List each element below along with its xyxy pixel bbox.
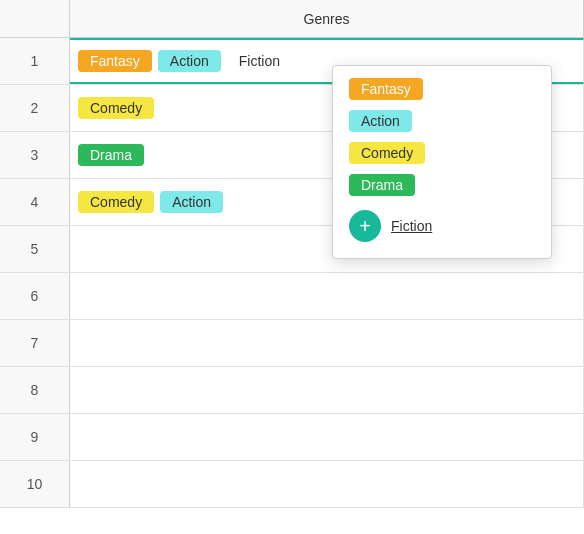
chip-action[interactable]: Action: [158, 50, 221, 72]
row-number-4: 4: [0, 179, 70, 225]
table-row-7[interactable]: 7: [0, 320, 584, 367]
header-row: Genres: [0, 0, 584, 38]
genres-column-header: Genres: [70, 0, 584, 37]
row-cell-10[interactable]: [70, 461, 584, 507]
dropdown-item-comedy[interactable]: Comedy: [349, 142, 535, 164]
chip-fiction[interactable]: Fiction: [227, 50, 292, 72]
spreadsheet: Genres 1FantasyActionFiction2Comedy3Dram…: [0, 0, 584, 534]
row-number-5: 5: [0, 226, 70, 272]
row-cell-9[interactable]: [70, 414, 584, 460]
chip-drama[interactable]: Drama: [78, 144, 144, 166]
chip-comedy[interactable]: Comedy: [78, 97, 154, 119]
chip-fantasy[interactable]: Fantasy: [78, 50, 152, 72]
dropdown-item-drama[interactable]: Drama: [349, 174, 535, 196]
row-number-10: 10: [0, 461, 70, 507]
table-row-8[interactable]: 8: [0, 367, 584, 414]
dropdown-chip-drama[interactable]: Drama: [349, 174, 415, 196]
add-option-row[interactable]: +Fiction: [349, 210, 535, 242]
dropdown-chip-fantasy[interactable]: Fantasy: [349, 78, 423, 100]
dropdown-chip-action[interactable]: Action: [349, 110, 412, 132]
dropdown-chip-comedy[interactable]: Comedy: [349, 142, 425, 164]
row-cell-8[interactable]: [70, 367, 584, 413]
row-number-9: 9: [0, 414, 70, 460]
row-number-2: 2: [0, 85, 70, 131]
row-cell-7[interactable]: [70, 320, 584, 366]
table-row-10[interactable]: 10: [0, 461, 584, 508]
row-num-header: [0, 0, 70, 37]
row-number-6: 6: [0, 273, 70, 319]
dropdown-item-action[interactable]: Action: [349, 110, 535, 132]
row-number-3: 3: [0, 132, 70, 178]
dropdown-item-fantasy[interactable]: Fantasy: [349, 78, 535, 100]
add-option-label[interactable]: Fiction: [391, 218, 432, 234]
row-number-7: 7: [0, 320, 70, 366]
table-row-9[interactable]: 9: [0, 414, 584, 461]
chip-comedy[interactable]: Comedy: [78, 191, 154, 213]
row-cell-6[interactable]: [70, 273, 584, 319]
add-option-button[interactable]: +: [349, 210, 381, 242]
dropdown-panel[interactable]: FantasyActionComedyDrama+Fiction: [332, 65, 552, 259]
row-number-8: 8: [0, 367, 70, 413]
row-number-1: 1: [0, 38, 70, 84]
table-row-6[interactable]: 6: [0, 273, 584, 320]
chip-action[interactable]: Action: [160, 191, 223, 213]
